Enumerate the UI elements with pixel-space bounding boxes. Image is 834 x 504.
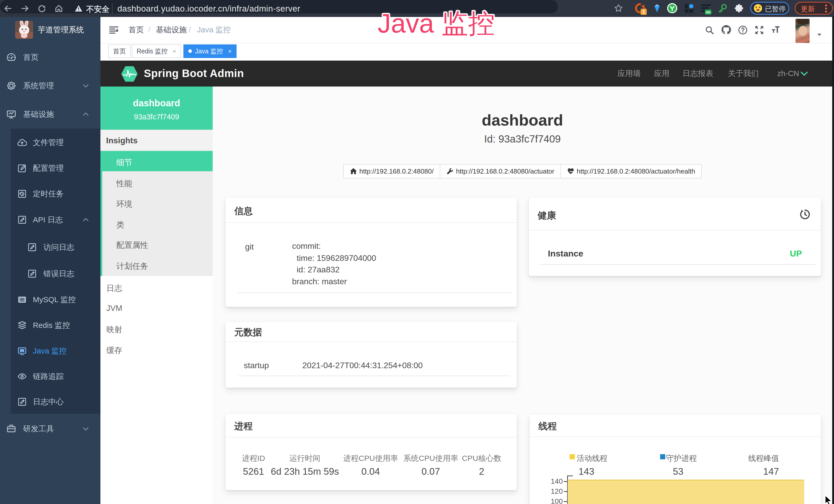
svg-text:1: 1 [642, 9, 645, 15]
svg-text:on: on [706, 10, 710, 14]
